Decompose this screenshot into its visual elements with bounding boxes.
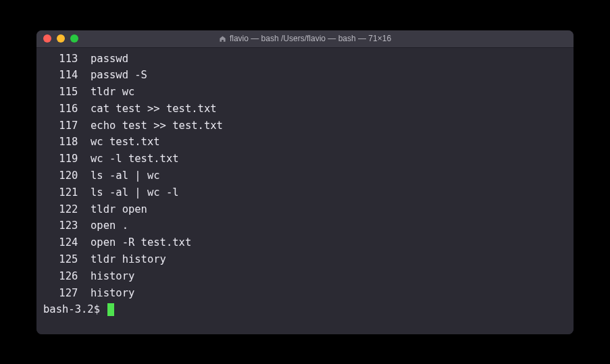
- window-title-text: flavio — bash /Users/flavio — bash — 71×…: [230, 34, 391, 43]
- history-command: history: [78, 287, 134, 299]
- history-number: 125: [43, 251, 78, 268]
- history-number: 113: [43, 51, 78, 68]
- history-line: 120ls -al | wc: [43, 167, 567, 184]
- history-command: passwd -S: [78, 69, 147, 81]
- history-line: 116cat test >> test.txt: [43, 101, 567, 118]
- shell-prompt: bash-3.2$: [43, 301, 106, 318]
- history-line: 113passwd: [43, 51, 567, 68]
- terminal-body[interactable]: 113passwd114passwd -S115tldr wc116cat te…: [36, 48, 574, 334]
- history-command: tldr history: [78, 253, 166, 265]
- history-number: 114: [43, 67, 78, 84]
- history-line: 119wc -l test.txt: [43, 151, 567, 167]
- terminal-window: flavio — bash /Users/flavio — bash — 71×…: [36, 30, 574, 334]
- history-number: 122: [43, 201, 78, 218]
- history-line: 114passwd -S: [43, 67, 567, 84]
- history-number: 127: [43, 285, 78, 302]
- prompt-line[interactable]: bash-3.2$: [43, 301, 567, 318]
- history-line: 115tldr wc: [43, 84, 567, 101]
- history-line: 117echo test >> test.txt: [43, 118, 567, 134]
- history-command: passwd: [78, 53, 128, 65]
- history-number: 115: [43, 84, 78, 101]
- history-number: 123: [43, 217, 78, 234]
- traffic-lights: [43, 34, 78, 43]
- history-command: cat test >> test.txt: [78, 103, 216, 115]
- history-command: ls -al | wc -l: [78, 186, 178, 199]
- history-output: 113passwd114passwd -S115tldr wc116cat te…: [43, 51, 567, 302]
- history-command: tldr open: [78, 203, 147, 215]
- history-line: 123open .: [43, 217, 567, 234]
- history-line: 121ls -al | wc -l: [43, 184, 567, 201]
- history-number: 117: [43, 118, 78, 134]
- maximize-button[interactable]: [70, 34, 78, 43]
- history-number: 116: [43, 101, 78, 118]
- history-number: 126: [43, 268, 78, 285]
- history-number: 124: [43, 234, 78, 251]
- history-number: 118: [43, 134, 78, 151]
- history-line: 125tldr history: [43, 251, 567, 268]
- history-line: 127history: [43, 285, 567, 302]
- history-line: 124open -R test.txt: [43, 234, 567, 251]
- history-number: 120: [43, 167, 78, 184]
- history-command: open -R test.txt: [78, 236, 191, 249]
- history-command: tldr wc: [78, 86, 134, 98]
- history-command: open .: [78, 219, 128, 232]
- home-icon: [219, 35, 226, 43]
- history-line: 126history: [43, 268, 567, 285]
- titlebar: flavio — bash /Users/flavio — bash — 71×…: [36, 30, 574, 48]
- close-button[interactable]: [43, 34, 51, 43]
- cursor: [107, 303, 114, 316]
- history-command: ls -al | wc: [78, 170, 159, 182]
- history-number: 121: [43, 184, 78, 201]
- window-title: flavio — bash /Users/flavio — bash — 71×…: [43, 34, 567, 43]
- minimize-button[interactable]: [57, 34, 65, 43]
- history-command: wc test.txt: [78, 136, 159, 148]
- history-line: 122tldr open: [43, 201, 567, 218]
- history-command: echo test >> test.txt: [78, 120, 223, 132]
- history-number: 119: [43, 151, 78, 167]
- history-command: history: [78, 270, 134, 282]
- history-command: wc -l test.txt: [78, 153, 178, 165]
- history-line: 118wc test.txt: [43, 134, 567, 151]
